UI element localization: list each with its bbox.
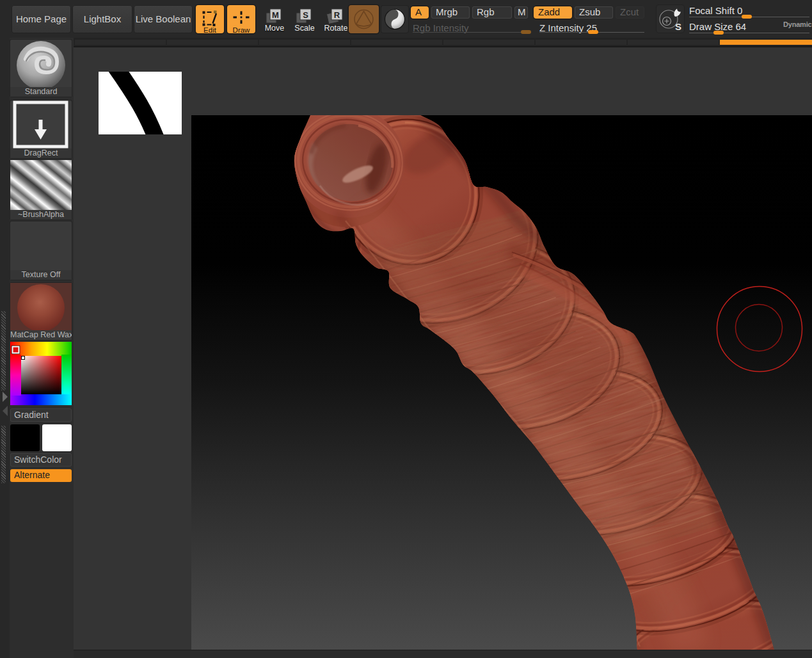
svg-text:Move: Move: [265, 24, 285, 33]
svg-text:Scale: Scale: [294, 24, 314, 33]
svg-text:Edit: Edit: [203, 26, 217, 33]
svg-text:Draw: Draw: [233, 26, 251, 33]
svg-text:S: S: [675, 21, 681, 32]
svg-text:M: M: [272, 10, 279, 20]
svg-text:S: S: [303, 10, 308, 20]
svg-text:Rotate: Rotate: [324, 24, 348, 33]
svg-text:R: R: [334, 10, 340, 20]
